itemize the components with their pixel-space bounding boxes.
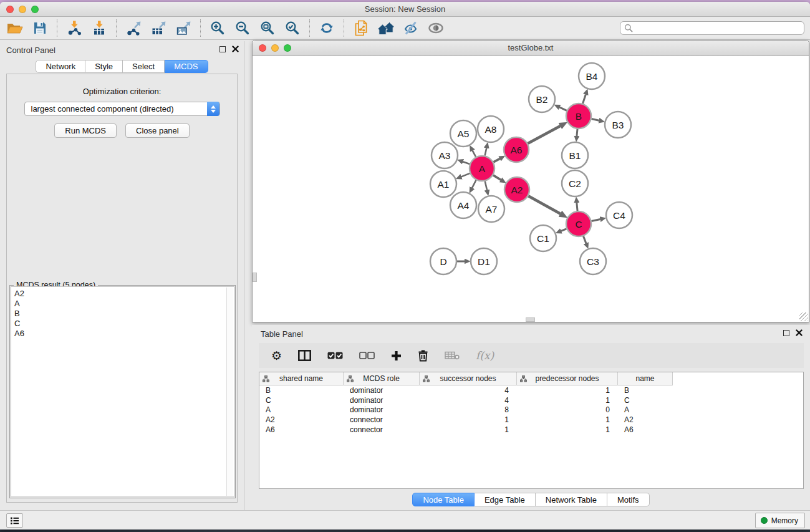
export-image-icon[interactable] (171, 19, 196, 37)
network-canvas[interactable]: AA1A2A3A4A5A6A7A8BB1B2B3B4CC1C2C3C4DD1 (253, 56, 809, 322)
cell-name[interactable]: A2 (618, 415, 673, 424)
graph-edge-A-A7[interactable] (485, 181, 487, 190)
column-header-mcds-role[interactable]: MCDS role (344, 372, 420, 385)
new-network-from-selection-icon[interactable] (349, 19, 374, 37)
result-list-scrollbar[interactable] (226, 288, 233, 496)
cell-successor-nodes[interactable]: 1 (420, 415, 517, 424)
close-table-panel-icon[interactable] (796, 329, 803, 336)
search-input[interactable] (635, 24, 800, 32)
table-row[interactable]: A2connector11A2 (259, 415, 803, 425)
tab-node-table[interactable]: Node Table (412, 493, 475, 506)
graph-edge-A-A2[interactable] (493, 175, 501, 180)
network-graph[interactable]: AA1A2A3A4A5A6A7A8BB1B2B3B4CC1C2C3C4DD1 (253, 56, 809, 322)
graph-edge-B-B1[interactable] (577, 129, 577, 136)
graph-edge-C-C4[interactable] (592, 220, 600, 221)
zoom-network-window-button[interactable] (284, 44, 291, 52)
tab-mcds[interactable]: MCDS (165, 60, 208, 73)
column-header-shared-name[interactable]: shared name (259, 372, 344, 385)
cell-mcds-role[interactable]: dominator (344, 386, 420, 395)
float-panel-icon[interactable] (219, 46, 226, 52)
tab-network-table[interactable]: Network Table (536, 493, 607, 506)
cell-name[interactable]: B (618, 386, 673, 395)
table-row[interactable]: Bdominator41B (259, 385, 803, 395)
table-row[interactable]: A6connector11A6 (259, 425, 803, 435)
mcds-result-list[interactable]: A2ABCA6 (11, 286, 234, 497)
tab-motifs[interactable]: Motifs (607, 493, 650, 506)
close-network-window-button[interactable] (259, 44, 266, 52)
cell-predecessor-nodes[interactable]: 1 (517, 386, 618, 395)
graph-edge-B-B4[interactable] (583, 94, 586, 104)
tab-edge-table[interactable]: Edge Table (475, 493, 536, 506)
cell-name[interactable]: A6 (618, 425, 673, 434)
tab-style[interactable]: Style (85, 60, 123, 73)
minimize-network-window-button[interactable] (271, 44, 279, 52)
create-new-column-icon[interactable] (391, 351, 402, 361)
cell-mcds-role[interactable]: connector (344, 425, 420, 434)
memory-button[interactable]: Memory (755, 513, 805, 528)
cell-successor-nodes[interactable]: 4 (420, 396, 517, 405)
graph-edge-A-A8[interactable] (485, 148, 487, 155)
graph-edge-A-A5[interactable] (473, 150, 476, 157)
zoom-fit-icon[interactable] (255, 19, 280, 37)
cell-predecessor-nodes[interactable]: 1 (517, 425, 618, 434)
cell-successor-nodes[interactable]: 8 (420, 405, 517, 414)
table-row[interactable]: Cdominator41C (259, 395, 803, 405)
cell-mcds-role[interactable]: connector (344, 415, 420, 424)
cell-predecessor-nodes[interactable]: 1 (517, 415, 618, 424)
export-table-icon[interactable] (146, 19, 171, 37)
mcds-result-item[interactable]: C (14, 319, 234, 329)
tab-select[interactable]: Select (123, 60, 165, 73)
mcds-result-item[interactable]: A6 (14, 329, 234, 339)
cell-predecessor-nodes[interactable]: 1 (517, 396, 618, 405)
node-table[interactable]: shared nameMCDS rolesuccessor nodesprede… (259, 372, 804, 489)
cell-name[interactable]: A (618, 405, 673, 414)
zoom-window-button[interactable] (31, 6, 39, 13)
cell-successor-nodes[interactable]: 1 (420, 425, 517, 434)
select-all-columns-icon[interactable] (327, 352, 343, 359)
export-network-icon[interactable] (121, 19, 146, 37)
mcds-result-item[interactable]: A (14, 299, 234, 309)
apply-layout-icon[interactable] (314, 19, 339, 37)
tab-network[interactable]: Network (36, 60, 85, 73)
graph-edge-C-C3[interactable] (584, 236, 586, 243)
graph-edge-A-A4[interactable] (472, 180, 476, 188)
table-row[interactable]: Adominator80A (259, 405, 803, 415)
cell-mcds-role[interactable]: dominator (344, 405, 420, 414)
optimization-criterion-select[interactable]: largest connected component (directed) (24, 102, 220, 116)
show-graphics-details-icon[interactable] (423, 19, 448, 37)
run-mcds-button[interactable]: Run MCDS (54, 123, 117, 138)
cybrowser-home-icon[interactable] (374, 19, 398, 37)
close-panel-icon[interactable] (232, 46, 239, 52)
float-table-panel-icon[interactable] (783, 330, 789, 336)
graph-edge-C-C2[interactable] (577, 203, 577, 211)
hide-selected-icon[interactable] (398, 19, 423, 37)
delete-columns-icon[interactable] (418, 349, 428, 362)
cell-shared-name[interactable]: A6 (259, 425, 344, 434)
search-field[interactable] (620, 21, 804, 35)
close-window-button[interactable] (6, 6, 14, 13)
splitter-handle-bottom[interactable] (526, 317, 535, 322)
graph-edge-A-A3[interactable] (463, 162, 470, 164)
zoom-out-icon[interactable] (230, 19, 255, 37)
import-network-icon[interactable] (62, 19, 87, 37)
column-header-name[interactable]: name (618, 372, 673, 385)
minimize-window-button[interactable] (19, 6, 26, 13)
graph-edge-A-A1[interactable] (461, 173, 470, 177)
graph-edge-A-A6[interactable] (493, 158, 499, 162)
close-panel-button[interactable]: Close panel (125, 123, 190, 138)
task-history-button[interactable] (6, 513, 23, 528)
cell-shared-name[interactable]: B (259, 386, 344, 395)
graph-edge-C-C1[interactable] (561, 229, 567, 231)
save-session-icon[interactable] (27, 19, 52, 37)
deselect-all-columns-icon[interactable] (359, 352, 375, 359)
splitter-handle-left[interactable] (253, 273, 257, 282)
import-table-icon[interactable] (87, 19, 112, 37)
graph-edge-A2-C[interactable] (528, 196, 560, 214)
zoom-in-icon[interactable] (205, 19, 230, 37)
mcds-result-item[interactable]: B (14, 309, 234, 319)
graph-edge-B-B3[interactable] (591, 119, 599, 121)
zoom-selected-icon[interactable] (280, 19, 305, 37)
toggle-panel-layout-icon[interactable] (298, 350, 311, 361)
cell-shared-name[interactable]: A2 (259, 415, 344, 424)
window-resize-grip[interactable] (799, 312, 808, 321)
